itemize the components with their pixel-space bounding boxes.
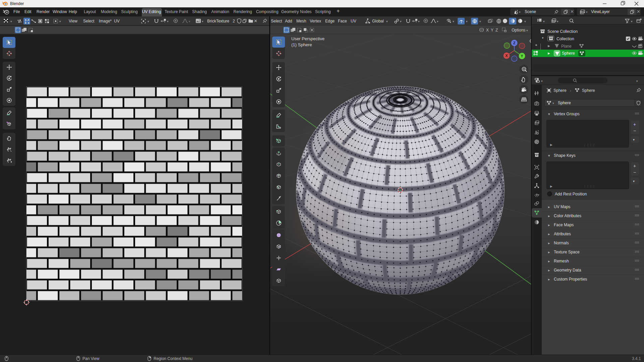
svg-text:Y: Y <box>521 54 523 58</box>
svg-text:Z: Z <box>513 41 516 45</box>
svg-text:X: X <box>505 54 508 58</box>
